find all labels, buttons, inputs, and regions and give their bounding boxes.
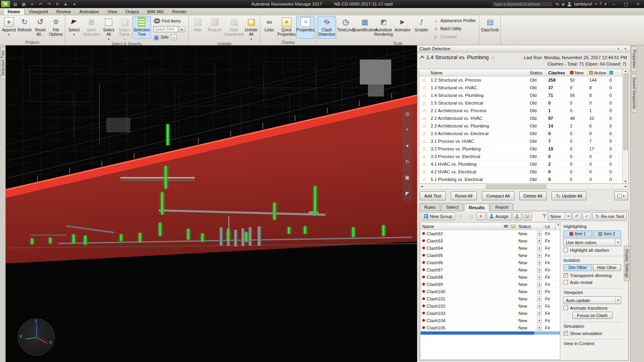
status-dropdown-icon[interactable] — [537, 245, 542, 251]
clash-result-row[interactable]: Clash100 New Fir — [421, 288, 560, 295]
ribbon-tab[interactable]: BIM 360 — [143, 8, 168, 15]
status-dropdown-icon[interactable] — [537, 238, 542, 244]
status-dropdown-icon[interactable] — [537, 282, 542, 287]
steering-wheel-icon[interactable]: ◎ — [405, 111, 409, 116]
selected-result-row-partial[interactable] — [421, 331, 560, 335]
results-column-level[interactable]: Le — [543, 223, 555, 230]
column-new[interactable]: New — [568, 69, 588, 76]
assign-button[interactable]: Assign — [487, 212, 512, 220]
clash-result-row[interactable]: Clash105 New Fir — [421, 324, 560, 331]
clash-test-row[interactable]: ⚠ 3.2 Process vs. Plumbing Old 19 0 17 0 — [419, 145, 622, 153]
results-column-comments[interactable] — [510, 223, 517, 230]
exchange-icon[interactable]: ⇆ — [555, 2, 559, 7]
add-comment-button[interactable] — [523, 212, 532, 220]
hide-other-button[interactable]: Hide Other — [593, 264, 621, 271]
minimize-button[interactable]: – — [609, 0, 619, 8]
clash-test-row[interactable]: ⚠ 1.4 Structural vs. Plumbing Old 71 56 … — [419, 92, 622, 99]
save-selection-button[interactable]: Save Selection — [82, 16, 101, 39]
refresh-icon[interactable]: ↻ — [54, 1, 61, 7]
item1-toggle-button[interactable]: Item 1 — [564, 230, 592, 237]
tests-vertical-scrollbar[interactable]: ▲▼ — [622, 69, 628, 183]
clash-test-row[interactable]: ⚠ 1.2 Structural vs. Process Old 258 50 … — [419, 76, 622, 84]
ribbon-tab[interactable]: Review — [52, 8, 75, 15]
result-status-select[interactable]: New — [517, 318, 543, 323]
select-all-button[interactable]: Select All — [101, 16, 116, 42]
status-dropdown-icon[interactable] — [537, 274, 542, 280]
look-tool-icon[interactable]: ▣ — [405, 175, 409, 180]
clash-result-row[interactable]: Clash95 New Fir — [421, 252, 560, 259]
rerun-test-button[interactable]: ↻Re-run Test — [592, 212, 627, 220]
column-active[interactable]: Active — [588, 69, 608, 76]
results-column-name[interactable]: Name — [421, 223, 502, 230]
result-status-select[interactable]: New — [517, 238, 543, 244]
redo-icon[interactable]: ↷ — [46, 1, 52, 7]
clash-result-row[interactable]: Clash104 New Fir — [421, 317, 560, 324]
links-button[interactable]: Links — [262, 16, 277, 39]
result-status-select[interactable]: New — [517, 296, 543, 302]
ungroup-button[interactable] — [466, 212, 475, 220]
select-icon[interactable]: ► — [63, 1, 69, 7]
clash-tab[interactable]: Select — [441, 203, 463, 211]
dim-other-button[interactable]: Dim Other — [564, 264, 592, 271]
close-panel-icon[interactable]: × — [623, 46, 628, 51]
clash-test-row[interactable]: ⚠ 2.3 Architectural vs. Plumbing Old 14 … — [419, 122, 622, 130]
filter-select[interactable]: None — [548, 212, 571, 220]
properties-button[interactable]: Properties — [296, 16, 315, 39]
orbit-tool-icon[interactable]: ↻ — [405, 159, 409, 164]
communication-icon[interactable]: ◈ — [561, 2, 565, 7]
3d-viewport[interactable]: ◎ + ● ↻ ▣ ◤ Z X Y — [6, 45, 417, 362]
sets-button[interactable]: Sets▪ — [152, 33, 186, 41]
quick-properties-button[interactable]: Quick Properties — [277, 16, 296, 39]
clash-result-row[interactable]: Clash101 New Fir — [421, 295, 560, 302]
ribbon-tab[interactable]: Home — [3, 8, 25, 15]
clash-test-row[interactable]: ⚠ 1.5 Structural vs. Electrical Old 0 0 … — [419, 99, 622, 107]
refresh-button[interactable]: Refresh — [17, 16, 32, 39]
timeliner-button[interactable]: TimeLiner — [336, 16, 355, 39]
report-options-button[interactable]: ▾ — [614, 191, 628, 200]
transparent-dimming-checkbox[interactable]: Transparent dimming — [564, 272, 621, 278]
add-test-button[interactable]: Add Test — [420, 191, 446, 200]
viewpoint-mode-select[interactable]: Auto-update — [564, 296, 621, 304]
column-reviewed[interactable] — [608, 69, 622, 76]
clash-result-row[interactable]: Clash93 New Fir — [421, 237, 560, 245]
clash-test-row[interactable]: ⚠ 3.1 Process vs. HVAC Old 7 0 7 0 — [419, 138, 622, 145]
saved-viewpoints-tab[interactable]: Saved Viewpoints — [631, 74, 637, 113]
datatools-button[interactable]: DataTools — [481, 16, 499, 39]
project-group-label[interactable]: Project — [25, 40, 39, 45]
clash-result-row[interactable]: Clash102 New Fir — [421, 302, 560, 310]
collapse-chevron-icon[interactable] — [420, 56, 424, 60]
clash-test-row[interactable]: ⚠ 2.1 Architectural vs. Process Old 1 0 … — [419, 107, 622, 115]
quick-find-input[interactable] — [153, 26, 178, 32]
animate-transitions-checkbox[interactable]: Animate transitions — [564, 305, 621, 311]
require-button[interactable]: Require — [206, 16, 224, 39]
show-simulation-checkbox[interactable]: Show simulation — [564, 330, 621, 336]
focus-on-clash-button[interactable]: Focus on Clash — [572, 312, 613, 319]
reset-all-button[interactable]: Reset All — [451, 191, 477, 200]
result-status-select[interactable]: New — [517, 231, 543, 237]
edit-viewpoint-button[interactable]: ✓ — [582, 212, 591, 220]
column-name[interactable]: Name — [429, 69, 528, 76]
clash-result-row[interactable]: Clash92 New Fir — [421, 230, 560, 237]
new-group-button[interactable]: New Group — [421, 212, 455, 220]
column-status[interactable]: Status — [528, 69, 547, 76]
auto-reveal-checkbox[interactable]: Auto reveal — [564, 279, 621, 285]
signed-in-user[interactable]: tamblynrl — [574, 2, 592, 6]
close-button[interactable]: × — [633, 0, 643, 8]
item2-toggle-button[interactable]: Item 2 — [593, 230, 621, 237]
clash-test-row[interactable]: ⚠ 2.4 Architectural vs. Electrical Old 0… — [419, 130, 622, 138]
clash-test-row[interactable]: ⚠ 5.1 Plumbing vs. Electrical Old 0 0 0 … — [419, 176, 622, 183]
tests-horizontal-scrollbar[interactable]: ◄► — [419, 184, 629, 189]
status-dropdown-icon[interactable] — [537, 231, 542, 237]
clash-test-row[interactable]: ⚠ 4.2 HVAC vs. Electrical Old 0 0 0 0 — [419, 168, 622, 176]
quantification-button[interactable]: Quantification — [355, 16, 374, 39]
result-status-select[interactable]: New — [517, 289, 543, 294]
append-button[interactable]: Append — [1, 16, 17, 39]
pin-panel-icon[interactable]: ▪ — [615, 46, 621, 51]
clash-test-row[interactable]: ⚠ 3.3 Process vs. Electrical Old 0 0 0 0 — [419, 153, 622, 160]
print-icon[interactable]: ≡ — [29, 1, 35, 7]
select-same-button[interactable]: Select Same — [117, 16, 132, 42]
select-button[interactable]: Select — [66, 16, 82, 39]
clash-result-row[interactable]: Clash97 New Fir — [421, 266, 560, 274]
qat-menu-chevron-icon[interactable]: ▾ — [71, 1, 78, 7]
zoom-tool-icon[interactable]: ● — [406, 143, 409, 148]
